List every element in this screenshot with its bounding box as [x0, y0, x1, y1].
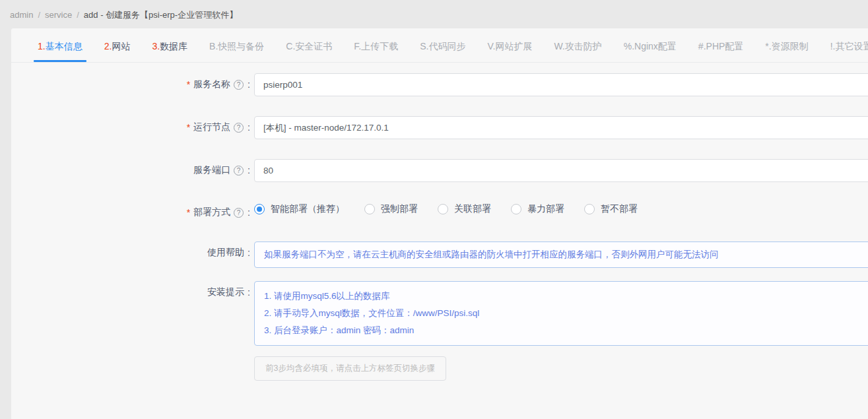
breadcrumb-separator: /	[38, 10, 40, 20]
tab-resource-limit[interactable]: *.资源限制	[765, 41, 808, 62]
form-row-usage-help: 使用帮助 : 如果服务端口不为空，请在云主机商的安全组或路由器的防火墙中打开相应…	[11, 242, 868, 268]
tab-site-extension[interactable]: V.网站扩展	[487, 41, 532, 62]
label-text: 安装提示	[207, 286, 244, 298]
tab-other-settings[interactable]: !.其它设置	[830, 41, 868, 62]
create-service-form: * 服务名称 ? : * 运行节点 ? : 服务端口	[11, 63, 868, 381]
form-row-install-tips: 安装提示 : 1. 请使用mysql5.6以上的数据库 2. 请手动导入mysq…	[11, 281, 868, 346]
label-colon: :	[248, 247, 250, 258]
tab-nginx-config[interactable]: %.Nginx配置	[624, 41, 677, 62]
content-panel: 1.基本信息 2.网站 3.数据库 B.快照与备份 C.安全证书 F.上传下载 …	[11, 28, 868, 419]
tab-label: 数据库	[160, 41, 187, 51]
tab-php-config[interactable]: #.PHP配置	[698, 41, 743, 62]
radio-unselected-icon	[511, 204, 521, 214]
required-mark: *	[187, 122, 190, 133]
tab-ssl-cert[interactable]: C.安全证书	[286, 41, 332, 62]
form-row-deploy-mode: * 部署方式 ? : 智能部署（推荐） 强制部署 关联部署	[11, 202, 868, 218]
form-row-service-port: 服务端口 ? :	[11, 159, 868, 182]
tab-prefix: 3.	[152, 41, 160, 51]
tab-prefix: *.	[765, 41, 771, 51]
radio-unselected-icon	[438, 204, 448, 214]
tab-prefix: #.	[698, 41, 706, 51]
radio-deploy-smart[interactable]: 智能部署（推荐）	[254, 203, 345, 215]
label-text: 使用帮助	[207, 247, 244, 259]
label-text: 服务端口	[193, 164, 230, 176]
service-name-label: * 服务名称 ? :	[11, 73, 250, 90]
label-colon: :	[248, 165, 250, 176]
label-colon: :	[248, 287, 250, 298]
required-mark: *	[187, 207, 190, 218]
tab-label: 安全证书	[295, 41, 332, 51]
tab-label: 代码同步	[428, 41, 465, 51]
help-icon[interactable]: ?	[234, 80, 244, 90]
tab-prefix: B.	[209, 41, 218, 51]
tab-upload-download[interactable]: F.上传下载	[354, 41, 398, 62]
usage-help-text: 如果服务端口不为空，请在云主机商的安全组或路由器的防火墙中打开相应的服务端口，否…	[254, 242, 868, 268]
install-tip-line: 1. 请使用mysql5.6以上的数据库	[264, 288, 868, 305]
radio-selected-icon	[254, 204, 265, 214]
install-tips-label: 安装提示 :	[11, 281, 250, 298]
tab-prefix: W.	[554, 41, 564, 51]
tab-attack-defense[interactable]: W.攻击防护	[554, 41, 601, 62]
run-node-label: * 运行节点 ? :	[11, 116, 250, 133]
tab-prefix: 2.	[104, 41, 112, 51]
service-port-input[interactable]	[254, 159, 868, 182]
help-icon[interactable]: ?	[234, 208, 244, 218]
tab-snapshot-backup[interactable]: B.快照与备份	[209, 41, 264, 62]
tab-label: Nginx配置	[634, 41, 677, 51]
radio-deploy-none[interactable]: 暂不部署	[584, 203, 638, 215]
radio-unselected-icon	[584, 204, 595, 214]
form-row-run-node: * 运行节点 ? :	[11, 116, 868, 139]
radio-label: 强制部署	[381, 203, 418, 215]
label-text: 运行节点	[193, 121, 230, 133]
tab-prefix: V.	[487, 41, 495, 51]
tab-prefix: C.	[286, 41, 295, 51]
radio-label: 暴力部署	[527, 203, 564, 215]
submit-disabled-button[interactable]: 前3步均含必填项，请点击上方标签页切换步骤	[254, 356, 446, 381]
tab-label: 网站	[112, 41, 130, 51]
service-name-input[interactable]	[254, 73, 868, 96]
tab-basic-info[interactable]: 1.基本信息	[38, 41, 83, 62]
radio-label: 关联部署	[454, 203, 491, 215]
breadcrumb-item-admin[interactable]: admin	[10, 10, 33, 20]
tab-label: 其它设置	[835, 41, 868, 51]
radio-label: 暂不部署	[601, 203, 638, 215]
run-node-select[interactable]	[254, 116, 868, 139]
label-colon: :	[248, 207, 250, 218]
radio-deploy-brute[interactable]: 暴力部署	[511, 203, 564, 215]
tab-label: 上传下载	[361, 41, 398, 51]
tab-prefix: 1.	[38, 41, 46, 51]
tab-database[interactable]: 3.数据库	[152, 41, 187, 62]
breadcrumb-separator: /	[77, 10, 79, 20]
tab-prefix: S.	[420, 41, 428, 51]
label-colon: :	[248, 79, 250, 90]
tab-label: 基本信息	[46, 41, 83, 51]
breadcrumb-item-service[interactable]: service	[45, 10, 72, 20]
deploy-mode-label: * 部署方式 ? :	[11, 202, 250, 218]
tab-label: 攻击防护	[565, 41, 602, 51]
tab-label: 资源限制	[772, 41, 809, 51]
tab-prefix: %.	[624, 41, 634, 51]
radio-unselected-icon	[364, 204, 375, 214]
install-tip-line: 2. 请手动导入mysql数据，文件位置：/www/PSI/psi.sql	[264, 305, 868, 322]
tab-bar: 1.基本信息 2.网站 3.数据库 B.快照与备份 C.安全证书 F.上传下载 …	[11, 28, 868, 63]
radio-label: 智能部署（推荐）	[271, 203, 345, 215]
help-icon[interactable]: ?	[234, 166, 244, 176]
tab-label: 网站扩展	[495, 41, 532, 51]
breadcrumb: admin/service/add - 创建服务【psi-erp-企业管理软件】	[0, 0, 868, 28]
radio-deploy-linked[interactable]: 关联部署	[438, 203, 491, 215]
breadcrumb-current: add - 创建服务【psi-erp-企业管理软件】	[84, 10, 238, 20]
label-text: 部署方式	[193, 207, 230, 218]
service-port-label: 服务端口 ? :	[11, 159, 250, 176]
tab-website[interactable]: 2.网站	[104, 41, 131, 62]
tab-code-sync[interactable]: S.代码同步	[420, 41, 465, 62]
radio-deploy-force[interactable]: 强制部署	[364, 203, 418, 215]
usage-help-label: 使用帮助 :	[11, 242, 250, 259]
required-mark: *	[187, 79, 190, 90]
tab-prefix: F.	[354, 41, 361, 51]
tab-label: 快照与备份	[218, 41, 264, 51]
tab-label: PHP配置	[706, 41, 744, 51]
help-icon[interactable]: ?	[234, 123, 244, 133]
label-colon: :	[248, 122, 250, 133]
install-tip-line: 3. 后台登录账户：admin 密码：admin	[264, 322, 868, 339]
install-tips-text: 1. 请使用mysql5.6以上的数据库 2. 请手动导入mysql数据，文件位…	[254, 281, 868, 346]
